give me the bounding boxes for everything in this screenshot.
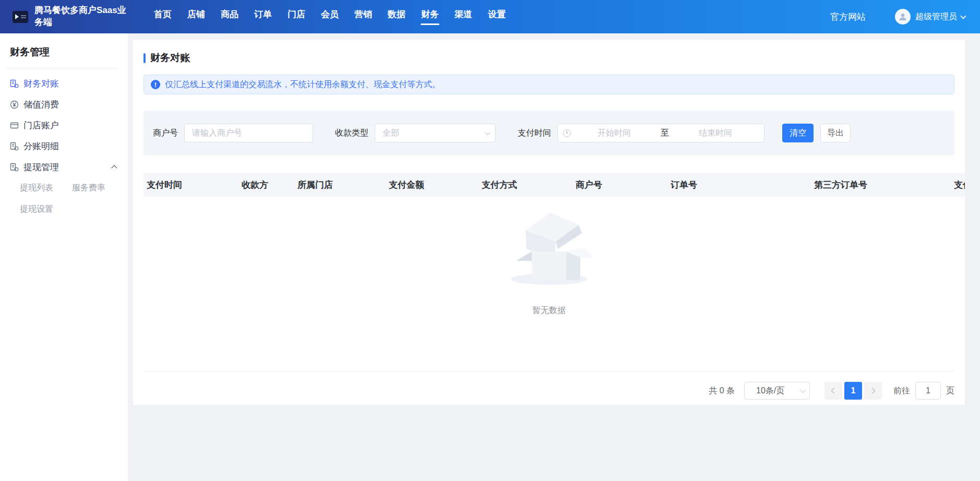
- next-page-button[interactable]: [864, 382, 882, 400]
- reconciliation-table: 支付时间 收款方 所属门店 支付金额 支付方式 商户号 订单号 第三方订单号 支…: [144, 173, 954, 371]
- page-title: 财务对账: [150, 51, 190, 65]
- chevron-down-icon: [485, 129, 491, 135]
- column-header: 支付状态: [954, 179, 965, 191]
- sidebar-item-store-account[interactable]: 门店账户: [0, 115, 128, 136]
- nav-item-finance[interactable]: 财务: [413, 0, 447, 33]
- sidebar-item-stored-value[interactable]: 储值消费: [0, 94, 128, 115]
- column-header: 支付金额: [389, 179, 482, 191]
- brand-logo-icon: [13, 11, 28, 23]
- start-time-input[interactable]: [571, 128, 658, 138]
- payment-type-select[interactable]: 全部: [375, 124, 496, 142]
- yen-circle-icon: [10, 100, 19, 109]
- top-header: 腾马餐饮多商户Saas业务端 首页 店铺 商品 订单 门店 会员 营销 数据 财…: [0, 0, 980, 33]
- brand-title: 腾马餐饮多商户Saas业务端: [34, 5, 127, 29]
- nav-item-goods[interactable]: 商品: [213, 0, 246, 33]
- clock-icon: [563, 129, 571, 137]
- merchant-id-input[interactable]: [184, 124, 313, 142]
- sidebar-title: 财务管理: [0, 33, 128, 68]
- sidebar-subitem-withdraw-settings[interactable]: 提现设置: [20, 204, 53, 215]
- collapse-up-icon[interactable]: [111, 165, 117, 171]
- title-accent-bar: [144, 53, 146, 63]
- page-size-select[interactable]: 10条/页: [744, 382, 810, 400]
- empty-state: 暂无数据: [144, 197, 954, 371]
- chevron-left-icon: [831, 388, 837, 393]
- page-unit-label: 页: [946, 386, 954, 396]
- sidebar-item-label: 提现管理: [23, 161, 59, 173]
- nav-item-home[interactable]: 首页: [146, 0, 180, 33]
- main-area: 财务对账 ! 仅汇总线上支付渠道的交易流水，不统计使用余额支付、现金支付等方式。…: [128, 33, 980, 481]
- page-title-row: 财务对账: [144, 51, 954, 65]
- chevron-down-icon: [800, 387, 806, 393]
- column-header: 所属门店: [297, 179, 389, 191]
- clear-button[interactable]: 清空: [782, 124, 814, 142]
- goto-page-input[interactable]: [915, 382, 941, 400]
- user-name[interactable]: 超级管理员: [915, 11, 957, 22]
- payment-type-label: 收款类型: [335, 128, 368, 139]
- nav-item-marketing[interactable]: 营销: [346, 0, 380, 33]
- sidebar-subitem-withdraw-list[interactable]: 提现列表: [20, 183, 53, 194]
- notice-text: 仅汇总线上支付渠道的交易流水，不统计使用余额支付、现金支付等方式。: [165, 79, 440, 90]
- table-header-row: 支付时间 收款方 所属门店 支付金额 支付方式 商户号 订单号 第三方订单号 支…: [144, 173, 965, 197]
- info-icon: !: [151, 80, 160, 89]
- sidebar-item-finance-reconciliation[interactable]: 财务对账: [0, 73, 128, 94]
- sidebar-item-label: 分账明细: [23, 140, 59, 152]
- range-separator: 至: [658, 128, 672, 139]
- total-count-label: 共 0 条: [709, 386, 735, 396]
- chevron-down-icon[interactable]: [960, 13, 966, 19]
- ledger-coin-icon: [10, 163, 19, 172]
- export-button[interactable]: 导出: [820, 124, 851, 142]
- nav-item-stores[interactable]: 门店: [280, 0, 313, 33]
- merchant-id-label: 商户号: [153, 128, 178, 139]
- sidebar-item-label: 门店账户: [23, 119, 59, 131]
- filter-panel: 商户号 收款类型 全部 支付时间 至 清空 导出: [144, 111, 954, 155]
- column-header: 商户号: [576, 179, 671, 191]
- sidebar-item-label: 财务对账: [23, 78, 59, 90]
- empty-box-illustration: [505, 202, 593, 291]
- pay-time-range-picker[interactable]: 至: [557, 124, 764, 142]
- sidebar: 财务管理 财务对账 储值消费: [0, 33, 128, 481]
- person-icon: [898, 12, 907, 21]
- page-number-current[interactable]: 1: [844, 382, 862, 400]
- nav-item-channels[interactable]: 渠道: [447, 0, 480, 33]
- nav-item-settings[interactable]: 设置: [480, 0, 513, 33]
- nav-item-members[interactable]: 会员: [313, 0, 346, 33]
- column-header: 支付时间: [144, 179, 242, 191]
- content-card: 财务对账 ! 仅汇总线上支付渠道的交易流水，不统计使用余额支付、现金支付等方式。…: [133, 40, 965, 405]
- column-header: 第三方订单号: [814, 179, 954, 191]
- withdraw-submenu-row-1: 提现列表 服务费率: [0, 177, 128, 199]
- chevron-right-icon: [869, 388, 875, 393]
- header-right: 官方网站 超级管理员: [830, 9, 965, 25]
- column-header: 收款方: [242, 179, 297, 191]
- pay-time-label: 支付时间: [518, 128, 551, 139]
- sidebar-item-withdraw-manage[interactable]: 提现管理: [0, 157, 128, 177]
- sidebar-menu: 财务对账 储值消费 门店账户: [0, 68, 128, 220]
- nav-item-orders[interactable]: 订单: [246, 0, 280, 33]
- column-header: 订单号: [671, 179, 814, 191]
- nav-item-shop[interactable]: 店铺: [180, 0, 213, 33]
- prev-page-button[interactable]: [824, 382, 842, 400]
- sidebar-item-label: 储值消费: [23, 99, 59, 111]
- main-nav: 首页 店铺 商品 订单 门店 会员 营销 数据 财务 渠道 设置: [146, 0, 513, 33]
- nav-item-data[interactable]: 数据: [380, 0, 413, 33]
- card-icon: [10, 121, 19, 130]
- column-header: 支付方式: [482, 179, 576, 191]
- withdraw-submenu-row-2: 提现设置: [0, 199, 128, 220]
- sidebar-item-split-detail[interactable]: 分账明细: [0, 136, 128, 157]
- end-time-input[interactable]: [672, 128, 759, 138]
- ledger-coin-icon: [10, 142, 19, 151]
- empty-text: 暂无数据: [532, 305, 566, 316]
- user-avatar[interactable]: [895, 9, 911, 25]
- notice-banner: ! 仅汇总线上支付渠道的交易流水，不统计使用余额支付、现金支付等方式。: [144, 75, 954, 94]
- goto-label: 前往: [893, 386, 910, 396]
- sidebar-subitem-service-rate[interactable]: 服务费率: [72, 183, 105, 194]
- ledger-coin-icon: [10, 79, 19, 88]
- pagination: 共 0 条 10条/页 1 前往 页: [144, 381, 954, 400]
- official-site-link[interactable]: 官方网站: [830, 11, 866, 23]
